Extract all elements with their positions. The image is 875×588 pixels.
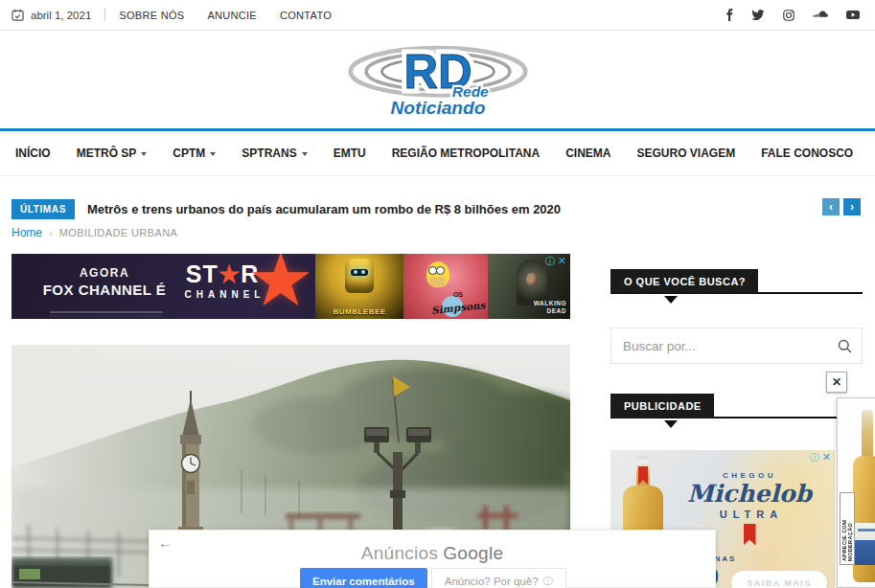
- breadcrumb-current: MOBILIDADE URBANA: [59, 227, 178, 238]
- search-input[interactable]: [611, 339, 827, 353]
- date-text: abril 1, 2021: [31, 10, 91, 21]
- info-icon: ⓘ: [543, 575, 553, 588]
- star-icon: ★: [219, 260, 241, 287]
- banner-legal-text: [50, 311, 163, 313]
- google-ads-feedback-overlay: ← AnúnciosGoogle Enviar comentários Anún…: [149, 530, 716, 588]
- nav-item-metro-sp[interactable]: METRÔ SP: [77, 147, 148, 160]
- ultimas-badge: ÚLTIMAS: [12, 199, 75, 219]
- adchoices-close-icon[interactable]: ✕: [822, 452, 831, 463]
- walking-dead-title: WALKING DEAD: [534, 300, 566, 315]
- ticker-arrows: ‹ ›: [822, 198, 861, 215]
- top-bar: abril 1, 2021 SOBRE NÓS ANUNCIE CONTATO: [0, 0, 875, 31]
- next-arrow-button[interactable]: ›: [843, 198, 861, 215]
- nav-item-inicio[interactable]: INÍCIO: [15, 147, 51, 160]
- nav-item-fale-conosco[interactable]: FALE CONOSCO: [761, 147, 853, 160]
- soundcloud-icon[interactable]: [813, 11, 828, 20]
- date-display: abril 1, 2021: [12, 9, 91, 21]
- nav-item-emtu[interactable]: EMTU: [334, 147, 366, 160]
- banner-tagline: AGORA FOX CHANNEL É: [38, 266, 171, 298]
- nav-item-seguro-viagem[interactable]: SEGURO VIAGEM: [636, 147, 735, 160]
- ad-choices: ⓘ ✕: [545, 256, 566, 266]
- overlay-buttons: Enviar comentários Anúncio? Por quê? ⓘ: [300, 568, 566, 588]
- drink-responsibly-label: APRECIE COM MODERAÇÃO: [840, 492, 855, 565]
- social-links: [725, 9, 863, 21]
- topbar-link-anuncie[interactable]: ANUNCIE: [207, 10, 257, 21]
- instagram-icon[interactable]: [783, 10, 794, 21]
- chevron-down-icon: [141, 152, 147, 156]
- nav-item-cinema[interactable]: CINEMA: [565, 147, 610, 160]
- calendar-icon: [12, 9, 24, 21]
- adchoices-info-icon[interactable]: ⓘ: [545, 257, 555, 266]
- nav-item-sptrans[interactable]: SPTRANS: [242, 147, 307, 160]
- topbar-link-sobre-nos[interactable]: SOBRE NÓS: [119, 10, 184, 21]
- adchoices-close-icon[interactable]: ✕: [558, 256, 566, 266]
- bumblebee-title: BUMBLEBEE: [315, 307, 403, 316]
- search-submit-button[interactable]: [827, 328, 862, 363]
- twitter-icon[interactable]: [751, 10, 765, 21]
- search-widget-title: O QUE VOCÊ BUSCA?: [610, 269, 863, 294]
- simpsons-title-pre: OS: [453, 291, 463, 298]
- topbar-link-contato[interactable]: CONTATO: [280, 10, 332, 21]
- site-logo[interactable]: RD RD Rede Noticiando: [337, 37, 539, 124]
- publicity-widget-title: PUBLICIDADE: [610, 394, 863, 418]
- facebook-icon[interactable]: [725, 9, 733, 21]
- sidebar-search-form: [610, 328, 863, 364]
- breadcrumb: Home › MOBILIDADE URBANA: [12, 226, 177, 239]
- ticker-headline[interactable]: Metrôs e trens urbanos do país acumulara…: [87, 202, 561, 216]
- google-wordmark: Google: [443, 543, 503, 563]
- nav-item-regiao-metropolitana[interactable]: REGIÃO METROPOLITANA: [392, 147, 540, 160]
- chevron-down-icon: [302, 152, 308, 156]
- close-ad-button[interactable]: ✕: [826, 372, 847, 393]
- site-header: RD RD Rede Noticiando: [0, 32, 875, 128]
- simpsons-panel: OS Simpsons: [403, 254, 488, 319]
- ad-choices: ⓘ ✕: [810, 452, 831, 463]
- divider: [104, 9, 105, 21]
- youtube-icon[interactable]: [846, 10, 860, 20]
- overlay-title: AnúnciosGoogle: [150, 543, 715, 564]
- prev-arrow-button[interactable]: ‹: [822, 198, 840, 215]
- breaking-news-bar: ÚLTIMAS Metrôs e trens urbanos do país a…: [12, 197, 863, 220]
- bumblebee-robot: [345, 259, 374, 293]
- movie-strip: BUMBLEBEE OS Simpsons WALKING DEAD: [315, 254, 570, 319]
- big-star-icon: ★: [247, 254, 314, 317]
- breadcrumb-home[interactable]: Home: [12, 226, 42, 239]
- why-this-ad-button[interactable]: Anúncio? Por quê? ⓘ: [431, 568, 566, 588]
- main-nav: INÍCIO METRÔ SP CPTM SPTRANS EMTU REGIÃO…: [0, 128, 875, 176]
- adchoices-info-icon[interactable]: ⓘ: [810, 453, 819, 463]
- search-icon: [838, 339, 852, 353]
- breadcrumb-separator: ›: [49, 227, 53, 238]
- saiba-mais-button[interactable]: SAIBA MAIS: [731, 571, 827, 588]
- red-ribbon-icon: [744, 524, 756, 546]
- nav-item-cptm[interactable]: CPTM: [173, 147, 216, 160]
- send-feedback-button[interactable]: Enviar comentários: [300, 568, 427, 588]
- triangle-pointer: [664, 420, 678, 428]
- page: abril 1, 2021 SOBRE NÓS ANUNCIE CONTATO …: [0, 0, 875, 588]
- star-channel-banner-ad[interactable]: AGORA FOX CHANNEL É ST★R CHANNEL ★ BUMBL…: [12, 254, 570, 319]
- right-sticky-ad[interactable]: APRECIE COM MODERAÇÃO: [837, 397, 875, 588]
- triangle-pointer: [664, 296, 678, 304]
- chevron-down-icon: [210, 152, 216, 156]
- logo-line2: Noticiando: [390, 97, 485, 117]
- michelob-brand: Michelob: [670, 481, 829, 508]
- bumblebee-panel: BUMBLEBEE: [315, 254, 403, 319]
